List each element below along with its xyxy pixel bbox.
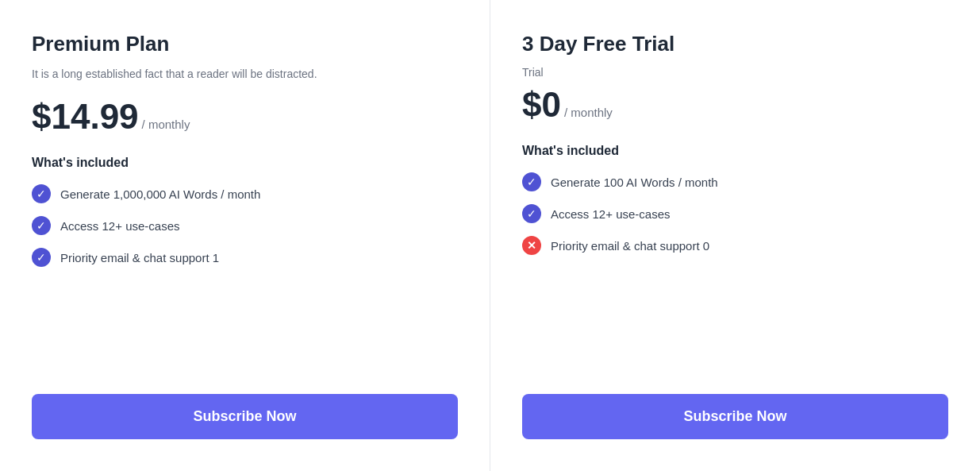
- check-icon: ✓: [522, 172, 541, 191]
- trial-subscribe-button[interactable]: Subscribe Now: [522, 394, 948, 439]
- feature-text: Access 12+ use-cases: [551, 207, 671, 221]
- premium-price-period: / monthly: [142, 118, 190, 131]
- trial-features-list: ✓ Generate 100 AI Words / month ✓ Access…: [522, 172, 948, 372]
- premium-features-title: What's included: [32, 156, 458, 170]
- cross-icon: ✕: [522, 236, 541, 255]
- premium-plan-price: $14.99 / monthly: [32, 97, 458, 137]
- trial-price-period: / monthly: [564, 106, 613, 119]
- feature-text: Priority email & chat support 0: [551, 239, 709, 253]
- trial-features-title: What's included: [522, 144, 948, 158]
- check-icon: ✓: [32, 184, 51, 203]
- premium-features-list: ✓ Generate 1,000,000 AI Words / month ✓ …: [32, 184, 458, 372]
- check-icon: ✓: [32, 248, 51, 267]
- trial-plan-badge: Trial: [522, 66, 948, 79]
- list-item: ✓ Access 12+ use-cases: [32, 216, 458, 235]
- plans-container: Premium Plan It is a long established fa…: [0, 0, 980, 471]
- list-item: ✓ Generate 1,000,000 AI Words / month: [32, 184, 458, 203]
- list-item: ✓ Generate 100 AI Words / month: [522, 172, 948, 191]
- check-icon: ✓: [522, 204, 541, 223]
- list-item: ✕ Priority email & chat support 0: [522, 236, 948, 255]
- feature-text: Access 12+ use-cases: [60, 219, 180, 233]
- trial-plan-card: 3 Day Free Trial Trial $0 / monthly What…: [490, 0, 980, 471]
- list-item: ✓ Access 12+ use-cases: [522, 204, 948, 223]
- feature-text: Generate 1,000,000 AI Words / month: [60, 187, 260, 201]
- trial-price-amount: $0: [522, 85, 561, 125]
- premium-plan-title: Premium Plan: [32, 32, 458, 56]
- premium-plan-card: Premium Plan It is a long established fa…: [0, 0, 490, 471]
- feature-text: Priority email & chat support 1: [60, 251, 219, 264]
- premium-subscribe-button[interactable]: Subscribe Now: [32, 394, 458, 439]
- trial-plan-title: 3 Day Free Trial: [522, 32, 948, 56]
- check-icon: ✓: [32, 216, 51, 235]
- trial-plan-price: $0 / monthly: [522, 85, 948, 125]
- premium-plan-description: It is a long established fact that a rea…: [32, 66, 333, 83]
- premium-price-amount: $14.99: [32, 97, 139, 137]
- list-item: ✓ Priority email & chat support 1: [32, 248, 458, 267]
- feature-text: Generate 100 AI Words / month: [551, 176, 718, 189]
